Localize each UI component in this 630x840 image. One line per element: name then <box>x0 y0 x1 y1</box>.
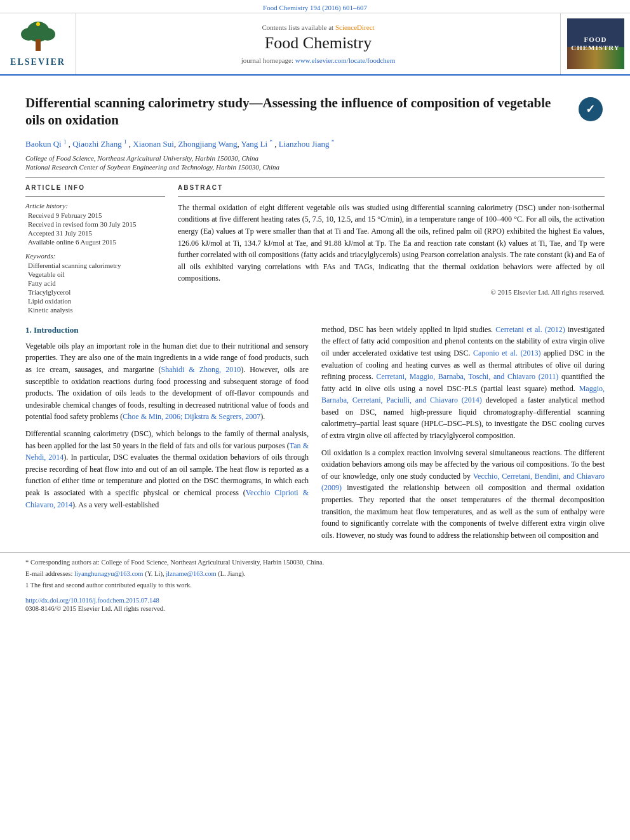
article-info-divider <box>25 196 165 197</box>
sciencedirect-link[interactable]: ScienceDirect <box>335 23 375 31</box>
crossmark-badge: ✓ <box>576 95 605 123</box>
ref-tan[interactable]: Tan & Nehdi, 2014 <box>25 441 309 462</box>
doi-line: http://dx.doi.org/10.1016/j.foodchem.201… <box>25 597 605 604</box>
revised-date: Received in revised form 30 July 2015 <box>25 220 165 228</box>
elsevier-wordmark: ELSEVIER <box>10 57 65 67</box>
fc-logo-line2: CHEMISTRY <box>571 44 619 51</box>
received-date: Received 9 February 2015 <box>25 211 165 219</box>
body-para-1: Vegetable oils play an important role in… <box>25 340 309 423</box>
affiliation-1: College of Food Science, Northeast Agric… <box>25 154 605 162</box>
footnote-star: * Corresponding authors at: College of F… <box>25 558 605 568</box>
ref-maggio[interactable]: Maggio, Barnaba, Cerretani, Paciulli, an… <box>321 384 605 405</box>
ref-choe[interactable]: Choe & Min, 2006; Dijkstra & Segrers, 20… <box>123 412 260 421</box>
article-title-section: Differential scanning calorimetry study—… <box>25 95 605 130</box>
sciencedirect-line: Contents lists available at ScienceDirec… <box>262 23 374 31</box>
author-zhongjiang[interactable]: Zhongjiang Wang <box>178 139 237 149</box>
fc-logo-line1: FOOD <box>584 36 607 43</box>
journal-header: ELSEVIER Contents lists available at Sci… <box>0 13 630 76</box>
keywords-section: Keywords: Differential scanning calorime… <box>25 252 165 314</box>
author-qiaozhi-sup: 1 <box>124 138 127 145</box>
email-li[interactable]: liyanghunagyu@163.com <box>74 570 144 577</box>
body-content: 1. Introduction Vegetable oils play an i… <box>0 315 630 547</box>
keyword-4: Triacylglycerol <box>25 288 165 296</box>
body-para-4: Oil oxidation is a complex reaction invo… <box>321 447 605 542</box>
ref-vecchio2009[interactable]: Vecchio, Cerretani, Bendini, and Chiavar… <box>321 472 605 493</box>
body-col-left: 1. Introduction Vegetable oils play an i… <box>25 324 309 547</box>
info-abstract-section: ARTICLE INFO Article history: Received 9… <box>25 184 605 315</box>
crossmark-icon: ✓ <box>579 97 603 121</box>
available-date: Available online 6 August 2015 <box>25 238 165 246</box>
svg-point-2 <box>21 28 36 41</box>
keywords-label: Keywords: <box>25 252 165 260</box>
abstract-divider <box>178 196 605 197</box>
author-xiaonan[interactable]: Xiaonan Sui <box>133 139 174 149</box>
keyword-1: Differential scanning calorimetry <box>25 262 165 269</box>
abstract-text: The thermal oxidation of eight different… <box>178 202 605 284</box>
body-para-2: Differential scanning calorimetry (DSC),… <box>25 428 309 510</box>
keyword-5: Lipid oxidation <box>25 297 165 305</box>
author-lianzhou-star: * <box>332 138 335 145</box>
copyright-text: © 2015 Elsevier Ltd. All rights reserved… <box>178 288 605 296</box>
journal-header-center: Contents lists available at ScienceDirec… <box>76 13 560 74</box>
section1-heading: 1. Introduction <box>25 324 309 337</box>
ref-caponio[interactable]: Caponio et al. (2013) <box>473 349 540 357</box>
issn-line: 0308-8146/© 2015 Elsevier Ltd. All right… <box>25 605 605 612</box>
footnote-superscript: 1 The first and second author contribute… <box>25 581 605 590</box>
affiliation-2: National Research Center of Soybean Engi… <box>25 163 605 171</box>
homepage-prefix: journal homepage: <box>241 57 295 64</box>
footnote-email: E-mail addresses: liyanghunagyu@163.com … <box>25 570 605 579</box>
ref-cerretani2012[interactable]: Cerretani et al. (2012) <box>495 325 565 334</box>
article-content: Differential scanning calorimetry study—… <box>0 76 630 315</box>
body-para-3: method, DSC has been widely applied in l… <box>321 324 605 442</box>
author-qiaozhi[interactable]: Qiaozhi Zhang <box>72 139 122 149</box>
abstract-label: ABSTRACT <box>178 184 605 191</box>
svg-point-3 <box>40 28 55 41</box>
doi-area: http://dx.doi.org/10.1016/j.foodchem.201… <box>0 592 630 612</box>
keyword-2: Vegetable oil <box>25 270 165 278</box>
author-baokun[interactable]: Baokun Qi <box>25 139 62 149</box>
divider <box>25 177 605 178</box>
homepage-url[interactable]: www.elsevier.com/locate/foodchem <box>295 57 396 64</box>
svg-rect-4 <box>36 39 41 51</box>
food-chemistry-logo: FOOD CHEMISTRY <box>567 18 624 69</box>
author-baokun-sup: 1 <box>64 138 67 145</box>
keyword-6: Kinetic analysis <box>25 306 165 314</box>
elsevier-logo-section: ELSEVIER <box>0 13 76 74</box>
authors-line: Baokun Qi 1 , Qiaozhi Zhang 1 , Xiaonan … <box>25 137 605 151</box>
body-col-right: method, DSC has been widely applied in l… <box>321 324 605 547</box>
article-info-label: ARTICLE INFO <box>25 184 165 191</box>
ref-cerretani2011[interactable]: Cerretani, Maggio, Barnaba, Toschi, and … <box>376 372 558 381</box>
journal-homepage: journal homepage: www.elsevier.com/locat… <box>241 57 395 64</box>
article-history-label: Article history: <box>25 202 165 210</box>
author-lianzhou[interactable]: Lianzhou Jiang <box>279 139 330 149</box>
elsevier-graphic <box>13 20 64 55</box>
food-chemistry-logo-section: FOOD CHEMISTRY <box>560 13 630 74</box>
sciencedirect-prefix: Contents lists available at <box>262 23 333 31</box>
abstract-col: ABSTRACT The thermal oxidation of eight … <box>178 184 605 315</box>
accepted-date: Accepted 31 July 2015 <box>25 229 165 237</box>
author-yang-star: * <box>269 138 272 145</box>
fc-logo-text: FOOD CHEMISTRY <box>571 36 619 52</box>
elsevier-logo: ELSEVIER <box>10 20 65 67</box>
article-title: Differential scanning calorimetry study—… <box>25 95 605 130</box>
citation-bar: Food Chemistry 194 (2016) 601–607 <box>0 0 630 13</box>
journal-title: Food Chemistry <box>265 34 372 53</box>
ref-shahidi[interactable]: Shahidi & Zhong, 2010 <box>161 365 241 374</box>
article-info-col: ARTICLE INFO Article history: Received 9… <box>25 184 165 315</box>
footnotes-area: * Corresponding authors at: College of F… <box>0 552 630 590</box>
ref-vecchio[interactable]: Vecchio Ciprioti & Chiavaro, 2014 <box>25 488 309 509</box>
keyword-3: Fatty acid <box>25 279 165 287</box>
author-yang[interactable]: Yang Li <box>241 139 267 149</box>
email-jiang[interactable]: jlzname@163.com <box>166 570 216 577</box>
citation-text: Food Chemistry 194 (2016) 601–607 <box>263 4 367 11</box>
doi-link[interactable]: http://dx.doi.org/10.1016/j.foodchem.201… <box>25 597 159 604</box>
